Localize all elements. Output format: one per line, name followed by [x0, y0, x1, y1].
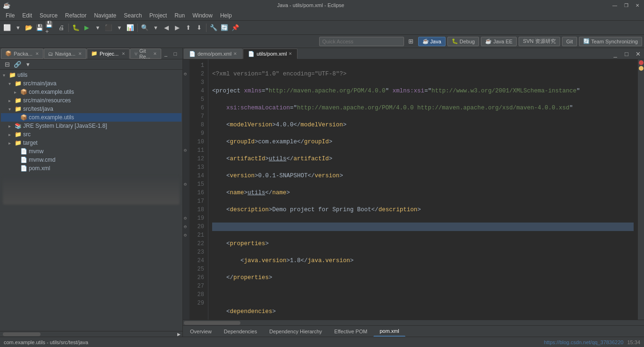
tree-item-pkg-test[interactable]: 📦 com.example.utils: [1, 113, 182, 122]
perspective-button[interactable]: ⊞: [406, 36, 416, 47]
menu-help[interactable]: Help: [216, 11, 236, 20]
editor-minimize[interactable]: _: [610, 49, 620, 59]
back-button[interactable]: ◀: [161, 23, 172, 33]
sync-button[interactable]: 🔄: [219, 23, 230, 33]
tree-item-target[interactable]: ▸ 📁 target: [1, 139, 182, 147]
close-project-tab[interactable]: ✕: [122, 51, 125, 56]
fold-2[interactable]: ⊖: [183, 72, 187, 77]
perspective-javaee[interactable]: ☕ Java EE: [481, 37, 517, 46]
search-dropdown[interactable]: ▾: [150, 23, 161, 33]
bottom-tab-dep-hierarchy[interactable]: Dependency Hierarchy: [263, 326, 328, 337]
debug-button[interactable]: 🐛: [71, 23, 81, 33]
code-content[interactable]: <?xml version="1.0" encoding="UTF-8"?> <…: [208, 59, 637, 320]
menu-refactor[interactable]: Refactor: [61, 11, 90, 20]
maximize-button[interactable]: ❐: [622, 1, 630, 9]
quick-access-input[interactable]: [319, 37, 404, 46]
team-sync-icon: 🔄: [583, 38, 590, 44]
status-path: com.example.utils - utils/src/test/java: [4, 339, 88, 345]
menu-project[interactable]: Project: [146, 11, 171, 20]
h-scrollbar-thumb[interactable]: [3, 332, 41, 336]
tab-project[interactable]: 📁 Projec... ✕: [87, 49, 129, 59]
tab-packages[interactable]: 📦 Packa... ✕: [1, 49, 43, 59]
stop-dropdown[interactable]: ▾: [114, 23, 124, 33]
close-button[interactable]: ✕: [634, 1, 641, 9]
perspective-java[interactable]: ☕ Java: [418, 37, 446, 46]
bottom-tab-pom-xml[interactable]: pom.xml: [373, 326, 405, 337]
tree-item-utils[interactable]: ▾ 📁 utils: [1, 71, 182, 79]
bottom-tab-effective-pom[interactable]: Effective POM: [328, 326, 373, 337]
h-editor-scrollbar[interactable]: [184, 321, 240, 325]
open-button[interactable]: 📂: [24, 23, 34, 33]
next-button[interactable]: ⬇: [194, 23, 204, 33]
save-all-button[interactable]: 💾+: [45, 23, 56, 33]
save-button[interactable]: 💾: [34, 23, 45, 33]
tree-item-mvnw-cmd[interactable]: 📄 mvnw.cmd: [1, 156, 182, 164]
fold-21[interactable]: ⊖: [183, 233, 187, 238]
close-navigator-tab[interactable]: ✕: [78, 51, 82, 56]
tree-item-src-test-java[interactable]: ▾ 📁 src/test/java: [1, 105, 182, 113]
left-panel: 📦 Packa... ✕ 🗂 Naviga... ✕ 📁 Projec... ✕…: [0, 48, 183, 337]
tab-gitrepo[interactable]: ⑂ Git Re... ✕: [130, 49, 161, 59]
status-time: 15:34: [627, 339, 640, 345]
minimize-panel-button[interactable]: _: [162, 50, 170, 58]
prev-button[interactable]: ⬆: [183, 23, 193, 33]
link-editor-button[interactable]: 🔗: [12, 59, 23, 70]
menu-source[interactable]: Source: [36, 11, 61, 20]
code-line-5: <groupId>com.example</groupId>: [212, 138, 634, 146]
tree-item-src[interactable]: ▸ 📁 src: [1, 130, 182, 139]
new-button[interactable]: ⬜: [2, 23, 12, 33]
menu-run[interactable]: Run: [171, 11, 189, 20]
menu-search[interactable]: Search: [120, 11, 146, 20]
tree-item-pkg-main[interactable]: ▸ 📦 com.example.utils: [1, 88, 182, 96]
search-button[interactable]: 🔍: [140, 23, 150, 33]
menu-navigate[interactable]: Navigate: [90, 11, 120, 20]
stop-button[interactable]: ⬛: [103, 23, 114, 33]
print-button[interactable]: 🖨: [56, 23, 66, 33]
menu-window[interactable]: Window: [189, 11, 216, 20]
fold-11[interactable]: ⊖: [183, 148, 187, 153]
menu-edit[interactable]: Edit: [18, 11, 36, 20]
tree-item-jre[interactable]: ▸ 📚 JRE System Library [JavaSE-1.8]: [1, 122, 182, 130]
run-dropdown[interactable]: ▾: [92, 23, 103, 33]
perspective-team-sync[interactable]: 🔄 Team Synchronizing: [579, 37, 642, 46]
maximize-panel-button[interactable]: □: [171, 50, 180, 58]
scroll-right-btn[interactable]: ▶: [176, 331, 182, 337]
run-button[interactable]: ▶: [82, 23, 92, 33]
editor-bottom-tabs: Overview Dependencies Dependency Hierarc…: [183, 325, 644, 337]
tree-item-src-main-java[interactable]: ▾ 📁 src/main/java: [1, 79, 182, 88]
toolbar-group-nav: 🔍 ▾ ◀ ▶ ⬆ ⬇: [140, 23, 204, 33]
new-dropdown[interactable]: ▾: [13, 23, 23, 33]
tab-utils-pom[interactable]: 📄 utils/pom.xml ✕: [243, 49, 297, 59]
minimize-button[interactable]: —: [611, 1, 619, 9]
close-git-tab[interactable]: ✕: [153, 51, 157, 56]
toolbar-sep-3: [206, 24, 206, 32]
collapse-all-button[interactable]: ⊟: [2, 59, 12, 70]
tab-navigator[interactable]: 🗂 Naviga... ✕: [44, 49, 86, 59]
close-demo-tab[interactable]: ✕: [233, 51, 237, 56]
tree-item-src-main-res[interactable]: ▸ 📁 src/main/resources: [1, 96, 182, 105]
fold-20[interactable]: ⊖: [183, 224, 187, 230]
fold-15[interactable]: ⊖: [183, 182, 187, 187]
bottom-tab-overview[interactable]: Overview: [184, 326, 218, 337]
perspective-debug[interactable]: 🐛 Debug: [447, 37, 479, 46]
refactor-button[interactable]: 🔧: [208, 23, 219, 33]
code-line-14: [212, 290, 634, 299]
tree-item-mvnw[interactable]: 📄 mvnw: [1, 147, 182, 156]
profile-button[interactable]: 📊: [125, 23, 135, 33]
close-utils-tab[interactable]: ✕: [289, 51, 292, 56]
menu-file[interactable]: File: [2, 11, 18, 20]
code-editor[interactable]: ⊖ ⊖ ⊖ ⊖ ⊖ ⊖: [183, 59, 644, 320]
bottom-tab-dependencies[interactable]: Dependencies: [218, 326, 263, 337]
tree-item-pom-xml[interactable]: 📄 pom.xml: [1, 164, 182, 173]
toggle-button[interactable]: 📌: [230, 23, 240, 33]
perspective-svn[interactable]: SVN 资源研究: [519, 37, 560, 46]
panel-menu-button[interactable]: ▾: [23, 59, 33, 70]
fold-19[interactable]: ⊖: [183, 216, 187, 221]
window-controls[interactable]: — ❐ ✕: [611, 1, 641, 9]
editor-close[interactable]: ✕: [633, 49, 643, 59]
tab-demo-pom[interactable]: 📄 demo/pom.xml ✕: [184, 49, 242, 59]
close-packages-tab[interactable]: ✕: [35, 51, 39, 56]
perspective-git[interactable]: Git: [562, 37, 577, 46]
editor-maximize[interactable]: □: [621, 49, 632, 59]
forward-button[interactable]: ▶: [172, 23, 182, 33]
